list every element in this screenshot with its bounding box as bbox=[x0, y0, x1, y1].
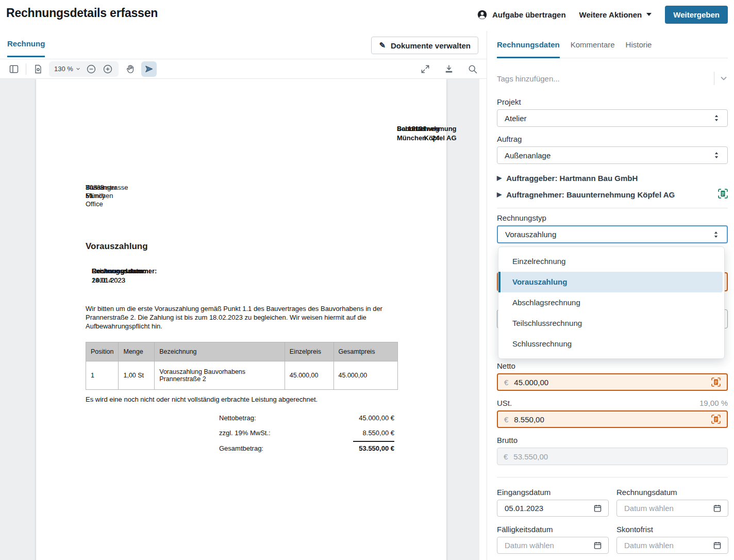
search-icon[interactable] bbox=[467, 63, 478, 75]
totals-rule bbox=[353, 441, 394, 442]
netto-label: Netto bbox=[497, 361, 515, 372]
rechnungstyp-select[interactable]: Vorauszahlung bbox=[497, 225, 728, 243]
divider bbox=[497, 208, 728, 208]
toolbar-divider bbox=[26, 63, 26, 75]
auftraggeber-text: Auftraggeber: Hartmann Bau GmbH bbox=[506, 174, 638, 183]
skontofrist-placeholder: Datum wählen bbox=[624, 541, 674, 550]
pdf-toolbar: 130 % bbox=[0, 59, 487, 79]
auftragnehmer-text: Auftragnehmer: Bauunternehmung Köpfel AG bbox=[506, 190, 675, 199]
tab-rechnungsdaten[interactable]: Rechnungsdaten bbox=[497, 40, 560, 58]
rechnungstyp-label: Rechnungstyp bbox=[497, 213, 546, 224]
manage-documents-button[interactable]: ✎ Dokumente verwalten bbox=[371, 37, 478, 54]
currency-symbol: € bbox=[504, 452, 508, 461]
rechnungsdatum-label: Rechnungsdatum bbox=[616, 488, 677, 497]
fullscreen-icon[interactable] bbox=[420, 63, 431, 75]
page-settings-icon[interactable] bbox=[32, 63, 44, 75]
more-actions-button[interactable]: Weitere Aktionen bbox=[579, 10, 652, 19]
brutto-value: 53.550,00 bbox=[513, 452, 548, 461]
calendar-icon bbox=[713, 504, 722, 513]
zoom-out-icon[interactable] bbox=[86, 63, 97, 75]
option-schlussrechnung[interactable]: Schlussrechnung bbox=[500, 334, 723, 354]
faelligkeitsdatum-placeholder: Datum wählen bbox=[505, 541, 554, 550]
projekt-value: Atelier bbox=[505, 114, 527, 123]
rechnungstyp-value: Vorauszahlung bbox=[505, 230, 556, 239]
download-icon[interactable] bbox=[443, 63, 455, 75]
hand-tool-icon[interactable] bbox=[125, 63, 136, 75]
option-vorauszahlung-selected[interactable]: Vorauszahlung bbox=[500, 272, 723, 292]
panel-tabbar: Rechnungsdaten Kommentare Historie bbox=[497, 40, 728, 58]
pdf-scroll-area[interactable]: Bauunternehmung Köpfel AG Schnitzelweg 2… bbox=[0, 79, 479, 560]
triangle-right-icon: ▶ bbox=[497, 191, 502, 198]
invoice-table-header: PositionMengeBezeichnungEinzelpreisGesam… bbox=[86, 342, 398, 361]
invoice-data-panel: Rechnungsdaten Kommentare Historie Tags … bbox=[487, 31, 734, 560]
option-einzelrechnung[interactable]: Einzelrechnung bbox=[500, 251, 723, 272]
projekt-select[interactable]: Atelier bbox=[497, 109, 728, 127]
calendar-icon bbox=[593, 541, 602, 550]
currency-symbol: € bbox=[504, 415, 508, 424]
document-match-icon-orange[interactable] bbox=[711, 377, 721, 387]
chevron-down-icon bbox=[76, 67, 80, 71]
rechnungsdatum-placeholder: Datum wählen bbox=[624, 504, 674, 513]
document-match-icon[interactable] bbox=[718, 189, 728, 199]
brutto-input-disabled: € 53.550,00 bbox=[497, 448, 728, 465]
netto-input[interactable]: € 45.000,00 bbox=[497, 373, 728, 391]
currency-symbol: € bbox=[504, 378, 508, 387]
auftrag-label: Auftrag bbox=[497, 135, 522, 145]
tags-input[interactable]: Tags hinzufügen... bbox=[497, 71, 728, 86]
eingangsdatum-label: Eingangsdatum bbox=[497, 488, 550, 497]
zoom-level-dropdown[interactable]: 130 % bbox=[54, 65, 80, 73]
document-tabbar: Rechnung ✎ Dokumente verwalten bbox=[0, 31, 487, 59]
pointer-icon bbox=[144, 64, 154, 74]
rechnungsdatum-input[interactable]: Datum wählen bbox=[616, 500, 728, 517]
faelligkeitsdatum-input[interactable]: Datum wählen bbox=[497, 537, 609, 554]
chevron-down-icon[interactable] bbox=[720, 74, 728, 83]
brutto-label: Brutto bbox=[497, 436, 518, 446]
ust-row: USt. 19,00 % bbox=[497, 399, 728, 409]
active-tab-underline bbox=[7, 56, 45, 57]
sidebar-toggle-icon[interactable] bbox=[8, 63, 20, 75]
total-net-value: 45.000,00 € bbox=[359, 414, 394, 422]
auftrag-value: Außenanlage bbox=[505, 151, 550, 160]
eingangsdatum-value: 05.01.2023 bbox=[505, 504, 543, 513]
tab-historie[interactable]: Historie bbox=[626, 40, 652, 58]
ust-input[interactable]: € 8.550,00 bbox=[497, 410, 728, 428]
total-gross-label: Gesamtbetrag: bbox=[219, 444, 263, 452]
user-icon bbox=[477, 9, 488, 20]
forward-button[interactable]: Weitergeben bbox=[665, 6, 728, 24]
pointer-tool-selected[interactable] bbox=[141, 61, 157, 77]
app-window: Rechnungsdetails erfassen Aufgabe übertr… bbox=[0, 0, 734, 560]
ust-label: USt. bbox=[497, 399, 512, 409]
zoom-controls: 130 % bbox=[49, 61, 119, 77]
select-updown-icon bbox=[713, 114, 720, 122]
divider bbox=[497, 477, 728, 477]
option-teilschlussrechnung[interactable]: Teilschlussrechnung bbox=[500, 313, 723, 334]
projekt-label: Projekt bbox=[497, 97, 521, 108]
document-match-icon-orange[interactable] bbox=[711, 415, 721, 424]
auftragnehmer-expander[interactable]: ▶ Auftragnehmer: Bauunternehmung Köpfel … bbox=[497, 189, 713, 200]
pencil-icon: ✎ bbox=[379, 41, 386, 50]
more-actions-label: Weitere Aktionen bbox=[579, 10, 642, 19]
triangle-right-icon: ▶ bbox=[497, 174, 502, 182]
auftrag-select[interactable]: Außenanlage bbox=[497, 146, 728, 164]
tags-controls bbox=[714, 72, 728, 85]
total-net-label: Nettobetrag: bbox=[219, 414, 256, 422]
tags-placeholder: Tags hinzufügen... bbox=[497, 74, 560, 83]
zoom-in-icon[interactable] bbox=[102, 63, 113, 75]
total-vat-value: 8.550,00 € bbox=[363, 429, 394, 437]
rechnungstyp-dropdown: Einzelrechnung Vorauszahlung Abschlagsre… bbox=[498, 246, 725, 359]
tab-kommentare[interactable]: Kommentare bbox=[571, 40, 615, 58]
eingangsdatum-input[interactable]: 05.01.2023 bbox=[497, 500, 609, 517]
assign-task-label: Aufgabe übertragen bbox=[492, 10, 566, 19]
option-abschlagsrechnung[interactable]: Abschlagsrechnung bbox=[500, 292, 723, 313]
calendar-icon bbox=[713, 541, 722, 550]
invoice-body-text: Wir bitten um die erste Vorauszahlung ge… bbox=[86, 304, 385, 331]
total-gross-value: 53.550,00 € bbox=[359, 444, 394, 452]
assign-task-button[interactable]: Aufgabe übertragen bbox=[477, 9, 566, 20]
total-vat-label: zzgl. 19% MwSt.: bbox=[219, 429, 271, 437]
tab-rechnung[interactable]: Rechnung bbox=[7, 39, 45, 57]
document-viewer: Rechnung ✎ Dokumente verwalten 130 % bbox=[0, 31, 487, 560]
auftraggeber-expander[interactable]: ▶ Auftraggeber: Hartmann Bau GmbH bbox=[497, 172, 713, 184]
invoice-note: Es wird eine noch nicht oder nicht volls… bbox=[86, 396, 318, 403]
skontofrist-input[interactable]: Datum wählen bbox=[616, 537, 728, 554]
invoice-table-row: 11,00 StVorauszahlung Bauvorhabens Prann… bbox=[86, 361, 398, 390]
